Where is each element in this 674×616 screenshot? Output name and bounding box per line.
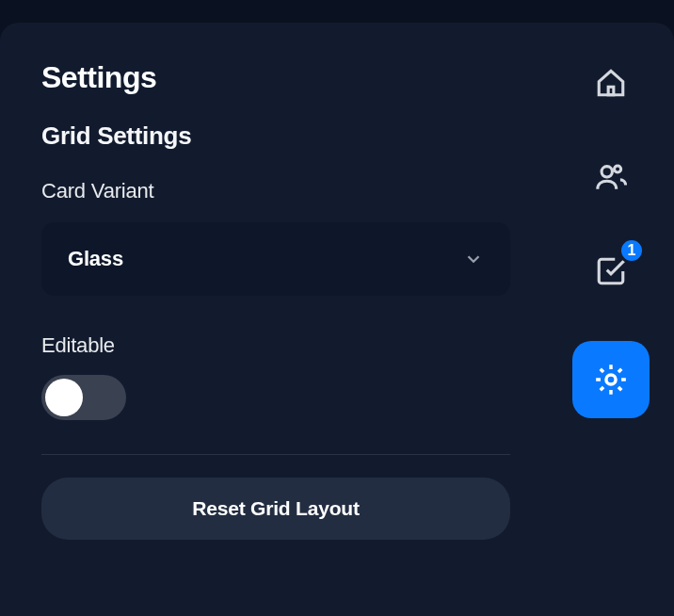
chevron-down-icon bbox=[463, 249, 484, 269]
tasks-badge: 1 bbox=[618, 237, 645, 264]
gear-icon bbox=[593, 362, 629, 397]
card-variant-select[interactable]: Glass bbox=[41, 222, 510, 296]
nav-users[interactable] bbox=[586, 153, 635, 202]
card-variant-label: Card Variant bbox=[41, 179, 510, 203]
toggle-knob bbox=[45, 379, 83, 416]
divider bbox=[41, 454, 510, 455]
nav-home[interactable] bbox=[586, 58, 635, 107]
svg-rect-0 bbox=[608, 87, 614, 95]
nav-tasks[interactable]: 1 bbox=[586, 247, 635, 296]
page-title: Settings bbox=[41, 60, 510, 95]
card-variant-value: Glass bbox=[68, 247, 123, 271]
card-variant-field: Card Variant Glass bbox=[41, 179, 510, 296]
home-icon bbox=[595, 67, 627, 99]
svg-point-3 bbox=[606, 375, 616, 384]
nav-settings[interactable] bbox=[572, 341, 650, 418]
editable-toggle[interactable] bbox=[41, 375, 126, 420]
sidebar-nav: 1 bbox=[548, 23, 674, 616]
reset-grid-button[interactable]: Reset Grid Layout bbox=[41, 478, 510, 540]
editable-field: Editable bbox=[41, 333, 510, 420]
svg-point-1 bbox=[602, 167, 612, 177]
svg-point-2 bbox=[615, 166, 621, 172]
settings-panel: Settings Grid Settings Card Variant Glas… bbox=[0, 23, 548, 616]
editable-label: Editable bbox=[41, 333, 510, 358]
users-icon bbox=[595, 161, 627, 193]
section-title: Grid Settings bbox=[41, 122, 510, 151]
